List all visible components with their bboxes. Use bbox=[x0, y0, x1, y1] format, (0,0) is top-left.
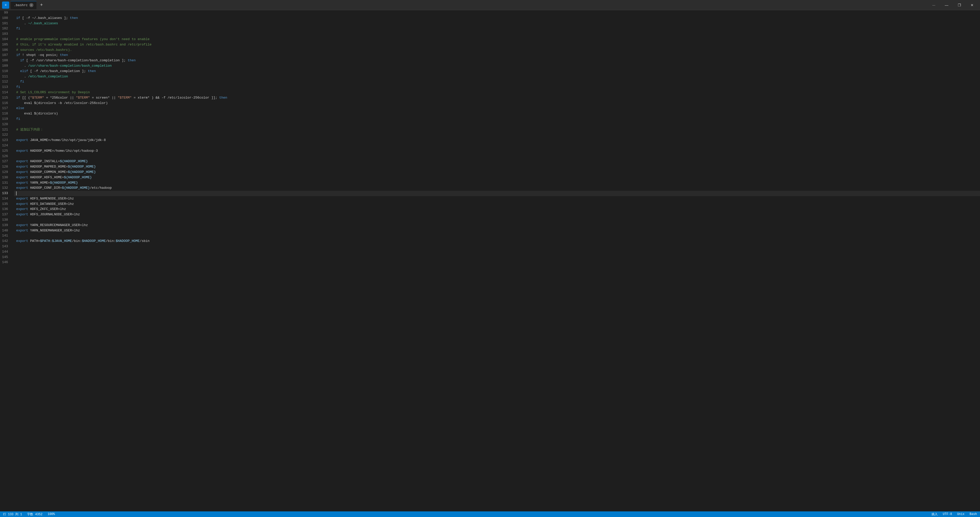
code-line[interactable]: export YARN_HOME=${HADOOP_HOME} bbox=[14, 180, 980, 186]
line-number: 125 bbox=[2, 148, 10, 154]
line-col-status[interactable]: 行 133 列 1 bbox=[2, 511, 23, 517]
char-count-status[interactable]: 字数 4352 bbox=[26, 511, 43, 517]
line-number: 139 bbox=[2, 223, 10, 228]
code-line[interactable] bbox=[14, 217, 980, 223]
code-line[interactable]: . ~/.bash_aliases bbox=[14, 21, 980, 26]
line-number: 142 bbox=[2, 239, 10, 244]
line-number: 120 bbox=[2, 122, 10, 127]
code-line[interactable]: export HDFS_ZKFC_USER=lhz bbox=[14, 207, 980, 212]
line-number: 134 bbox=[2, 196, 10, 201]
code-line[interactable]: export HADOOP_MAPRED_HOME=${HADOOP_HOME} bbox=[14, 164, 980, 170]
code-line[interactable]: elif [ -f /etc/bash_completion ]; then bbox=[14, 69, 980, 74]
new-tab-button[interactable]: + bbox=[38, 2, 45, 9]
code-line[interactable]: eval $(dircolors) bbox=[14, 111, 980, 116]
code-line[interactable]: export YARN_NODEMANAGER_USER=lhz bbox=[14, 228, 980, 233]
line-number: 104 bbox=[2, 37, 10, 42]
more-options-button[interactable]: ··· bbox=[928, 1, 940, 9]
line-number: 102 bbox=[2, 26, 10, 32]
code-line[interactable] bbox=[14, 260, 980, 265]
active-tab[interactable]: .bashrc ✕ bbox=[11, 1, 37, 9]
line-number: 111 bbox=[2, 74, 10, 80]
code-line[interactable]: if [ -f ~/.bash_aliases ]; then bbox=[14, 16, 980, 21]
code-line[interactable]: export HDFS_DATANODE_USER=lhz bbox=[14, 201, 980, 207]
code-line[interactable]: export JAVA_HOME=/home/lhz/opt/java/jdk/… bbox=[14, 138, 980, 143]
code-line[interactable] bbox=[14, 122, 980, 127]
editor-container: 9910010110210310410510610710810911011111… bbox=[0, 10, 980, 511]
code-content[interactable]: if [ -f ~/.bash_aliases ]; then . ~/.bas… bbox=[14, 10, 980, 511]
line-number: 121 bbox=[2, 127, 10, 132]
line-ending-status[interactable]: Unix bbox=[956, 511, 966, 517]
code-line[interactable] bbox=[14, 191, 980, 196]
title-bar: ≡ .bashrc ✕ + ··· — ❐ ✕ bbox=[0, 0, 980, 10]
code-line[interactable]: export HADOOP_CONF_DIR=${HADOOP_HOME}/et… bbox=[14, 185, 980, 191]
code-line[interactable] bbox=[14, 10, 980, 16]
title-bar-left: ≡ .bashrc ✕ + bbox=[2, 1, 927, 9]
code-line[interactable]: export HDFS_JOURNALNODE_USER=lhz bbox=[14, 212, 980, 217]
zoom-status[interactable]: 100% bbox=[46, 511, 56, 517]
code-line[interactable] bbox=[14, 244, 980, 249]
app-icon: ≡ bbox=[2, 2, 9, 9]
line-number: 141 bbox=[2, 233, 10, 239]
line-number: 129 bbox=[2, 170, 10, 175]
code-line[interactable]: fi bbox=[14, 85, 980, 90]
code-line[interactable]: export HADOOP_HOME=/home/lhz/opt/hadoop-… bbox=[14, 148, 980, 154]
line-number: 107 bbox=[2, 53, 10, 58]
code-line[interactable]: . /etc/bash_completion bbox=[14, 74, 980, 80]
line-number: 143 bbox=[2, 244, 10, 249]
line-number: 106 bbox=[2, 48, 10, 53]
code-line[interactable]: export PATH=$PATH:$JAVA_HOME/bin:$HADOOP… bbox=[14, 239, 980, 244]
code-line[interactable]: export HADOOP_HDFS_HOME=${HADOOP_HOME} bbox=[14, 175, 980, 180]
minimize-button[interactable]: — bbox=[941, 1, 953, 9]
line-number: 119 bbox=[2, 116, 10, 122]
line-number: 124 bbox=[2, 143, 10, 148]
line-number: 133 bbox=[2, 191, 10, 196]
line-number: 138 bbox=[2, 217, 10, 223]
code-line[interactable]: if [ -f /usr/share/bash-completion/bash_… bbox=[14, 58, 980, 63]
language-status[interactable]: Bash bbox=[969, 511, 978, 517]
status-bar-right: 插入 UTF-8 Unix Bash bbox=[931, 511, 978, 517]
line-number: 145 bbox=[2, 255, 10, 260]
tab-close-button[interactable]: ✕ bbox=[29, 3, 33, 7]
code-line[interactable] bbox=[14, 233, 980, 239]
close-button[interactable]: ✕ bbox=[966, 1, 978, 9]
restore-button[interactable]: ❐ bbox=[953, 1, 965, 9]
code-line[interactable]: fi bbox=[14, 116, 980, 122]
code-line[interactable]: eval $(dircolors -b /etc/lscolor-256colo… bbox=[14, 101, 980, 106]
line-number: 122 bbox=[2, 132, 10, 138]
line-number: 140 bbox=[2, 228, 10, 233]
line-number: 123 bbox=[2, 138, 10, 143]
line-number: 144 bbox=[2, 249, 10, 255]
line-number: 100 bbox=[2, 16, 10, 21]
code-line[interactable]: # 追加以下内容： bbox=[14, 127, 980, 132]
code-line[interactable] bbox=[14, 132, 980, 138]
code-line[interactable]: if [[ ("$TERM" = *256color || "$TERM" = … bbox=[14, 95, 980, 101]
code-line[interactable]: # Set LS_COLORS environment by Deepin bbox=[14, 90, 980, 95]
code-line[interactable]: export HDFS_NAMENODE_USER=lhz bbox=[14, 196, 980, 201]
line-number: 128 bbox=[2, 164, 10, 170]
line-number: 108 bbox=[2, 58, 10, 63]
code-line[interactable] bbox=[14, 143, 980, 148]
code-line[interactable] bbox=[14, 249, 980, 255]
code-line[interactable]: . /usr/share/bash-completion/bash_comple… bbox=[14, 63, 980, 69]
insert-mode-status[interactable]: 插入 bbox=[931, 511, 939, 517]
code-line[interactable]: if ! shopt -oq posix; then bbox=[14, 53, 980, 58]
line-number: 109 bbox=[2, 63, 10, 69]
code-line[interactable]: fi bbox=[14, 26, 980, 32]
status-bar: 行 133 列 1 字数 4352 100% 插入 UTF-8 Unix Bas… bbox=[0, 511, 980, 517]
line-number: 127 bbox=[2, 159, 10, 164]
code-line[interactable] bbox=[14, 255, 980, 260]
code-line[interactable]: export HADOOP_COMMON_HOME=${HADOOP_HOME} bbox=[14, 170, 980, 175]
code-line[interactable] bbox=[14, 32, 980, 37]
code-line[interactable]: # enable programmable completion feature… bbox=[14, 37, 980, 42]
code-line[interactable]: # sources /etc/bash.bashrc). bbox=[14, 48, 980, 53]
code-line[interactable]: # this, if it's already enabled in /etc/… bbox=[14, 42, 980, 48]
code-line[interactable] bbox=[14, 154, 980, 159]
encoding-status[interactable]: UTF-8 bbox=[942, 511, 953, 517]
code-line[interactable]: else bbox=[14, 106, 980, 111]
line-number: 146 bbox=[2, 260, 10, 265]
code-line[interactable]: export HADOOP_INSTALL=${HADOOP_HOME} bbox=[14, 159, 980, 164]
title-bar-right: ··· — ❐ ✕ bbox=[928, 1, 978, 9]
code-line[interactable]: export YARN_RESOURCEMANAGER_USER=lhz bbox=[14, 223, 980, 228]
code-line[interactable]: fi bbox=[14, 79, 980, 85]
line-number: 105 bbox=[2, 42, 10, 48]
